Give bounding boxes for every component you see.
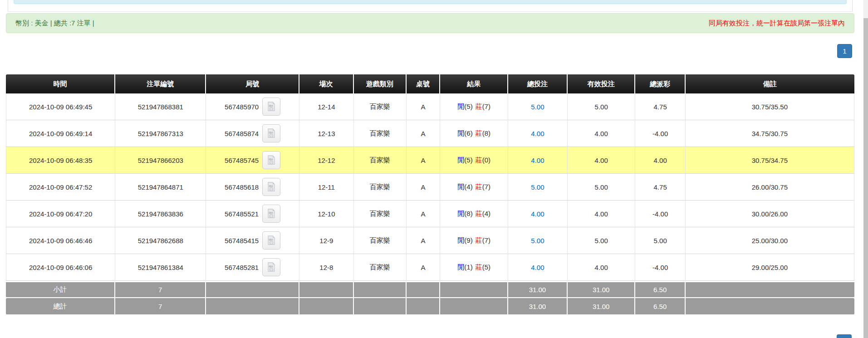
table-row[interactable]: 2024-10-09 06:46:46 521947862688 5674854… xyxy=(6,227,854,254)
round-number: 567485618 xyxy=(225,183,259,191)
payout-cell: -4.00 xyxy=(635,201,685,227)
col-header-session: 場次 xyxy=(299,74,354,93)
table-row[interactable]: 2024-10-09 06:49:14 521947867313 5674858… xyxy=(6,120,854,147)
table-row[interactable]: 2024-10-09 06:46:06 521947861384 5674852… xyxy=(6,254,854,281)
summary-valid-bet-cell: 31.00 xyxy=(568,281,636,298)
player-label: 閒 xyxy=(457,183,464,191)
video-replay-button[interactable] xyxy=(262,124,280,142)
banker-score: (5) xyxy=(482,263,490,271)
summary-empty-cell xyxy=(407,298,441,315)
summary-payout-cell: 6.50 xyxy=(635,281,685,298)
player-score: (8) xyxy=(464,210,472,217)
video-icon xyxy=(266,262,277,273)
game-type-cell: 百家樂 xyxy=(354,93,407,120)
session-cell: 12-12 xyxy=(299,147,354,174)
session-cell: 12-11 xyxy=(299,174,354,201)
game-type-cell: 百家樂 xyxy=(354,201,407,227)
total-bet-link[interactable]: 5.00 xyxy=(531,103,544,111)
valid-bet-cell: 5.00 xyxy=(568,227,636,254)
summary-empty-cell xyxy=(354,298,407,315)
time-cell: 2024-10-09 06:49:45 xyxy=(6,93,115,120)
total-bet-link[interactable]: 4.00 xyxy=(531,157,544,164)
time-cell: 2024-10-09 06:47:52 xyxy=(6,174,115,201)
player-score: (4) xyxy=(464,183,472,191)
payout-cell: -4.00 xyxy=(635,254,685,281)
summary-empty-cell xyxy=(407,281,441,298)
total-bet-link[interactable]: 4.00 xyxy=(531,264,544,271)
table-no-cell: A xyxy=(407,174,441,201)
currency-summary-text: 幣別 : 美金 | 總共 :7 注單 | xyxy=(15,19,94,28)
col-header-time: 時間 xyxy=(6,74,115,93)
player-label: 閒 xyxy=(457,129,464,137)
total-bet-link[interactable]: 4.00 xyxy=(531,210,544,218)
video-icon xyxy=(266,235,277,246)
table-row[interactable]: 2024-10-09 06:48:35 521947866203 5674857… xyxy=(6,147,854,174)
table-header-row: 時間 注單編號 局號 場次 遊戲類別 桌號 結果 總投注 有效投注 總派彩 備註 xyxy=(6,74,854,93)
bet-id-cell: 521947868381 xyxy=(115,93,206,120)
result-cell: 閒(5)莊(7) xyxy=(440,93,508,120)
round-cell: 567485745 xyxy=(206,147,299,174)
result-cell: 閒(8)莊(4) xyxy=(440,201,508,227)
video-replay-button[interactable] xyxy=(262,98,280,116)
valid-bet-cell: 4.00 xyxy=(568,201,636,227)
bet-id-cell: 521947862688 xyxy=(115,227,206,254)
video-replay-button[interactable] xyxy=(262,151,280,169)
bet-id-cell: 521947863836 xyxy=(115,201,206,227)
table-row[interactable]: 2024-10-09 06:47:52 521947864871 5674856… xyxy=(6,174,854,201)
table-no-cell: A xyxy=(407,147,441,174)
payout-cell: 4.75 xyxy=(635,174,685,201)
summary-empty-cell xyxy=(299,281,354,298)
summary-payout-cell: 6.50 xyxy=(635,298,685,315)
remark-cell: 26.00/30.75 xyxy=(686,174,854,201)
payout-cell: 5.00 xyxy=(635,227,685,254)
col-header-result: 結果 xyxy=(440,74,508,93)
video-icon xyxy=(266,208,277,219)
table-row[interactable]: 2024-10-09 06:49:45 521947868381 5674859… xyxy=(6,93,854,120)
time-cell: 2024-10-09 06:48:35 xyxy=(6,147,115,174)
game-type-cell: 百家樂 xyxy=(354,227,407,254)
bet-id-cell: 521947866203 xyxy=(115,147,206,174)
summary-remark-cell xyxy=(686,281,854,298)
scrollbar[interactable] xyxy=(863,0,868,338)
video-replay-button[interactable] xyxy=(262,258,280,276)
total-bet-link[interactable]: 5.00 xyxy=(531,237,544,245)
video-replay-button[interactable] xyxy=(262,178,280,196)
player-label: 閒 xyxy=(457,236,464,244)
video-replay-button[interactable] xyxy=(262,205,280,223)
remark-cell: 30.75/35.50 xyxy=(686,93,854,120)
remark-cell: 30.00/26.00 xyxy=(686,201,854,227)
player-score: (5) xyxy=(464,103,472,110)
scrollbar-thumb[interactable] xyxy=(863,18,868,338)
pagination-top: 1 xyxy=(6,44,854,58)
table-no-cell: A xyxy=(407,254,441,281)
summary-empty-cell xyxy=(206,298,299,315)
page-button-1[interactable]: 1 xyxy=(837,44,852,58)
col-header-payout: 總派彩 xyxy=(635,74,685,93)
player-score: (5) xyxy=(464,156,472,164)
banker-label: 莊 xyxy=(476,129,482,137)
total-bet-link[interactable]: 5.00 xyxy=(531,183,544,191)
summary-total-bet-cell: 31.00 xyxy=(508,281,568,298)
banker-label: 莊 xyxy=(476,263,482,271)
total-bet-link[interactable]: 4.00 xyxy=(531,130,544,137)
total-bet-cell: 5.00 xyxy=(508,227,568,254)
round-number: 567485874 xyxy=(225,130,259,137)
video-replay-button[interactable] xyxy=(262,231,280,250)
round-cell: 567485521 xyxy=(206,201,299,227)
total-bet-cell: 5.00 xyxy=(508,93,568,120)
banker-label: 莊 xyxy=(476,236,482,244)
round-number: 567485521 xyxy=(225,210,259,218)
time-cell: 2024-10-09 06:46:46 xyxy=(6,227,115,254)
round-cell: 567485618 xyxy=(206,174,299,201)
round-number: 567485745 xyxy=(225,157,259,164)
valid-bet-cell: 5.00 xyxy=(568,93,636,120)
player-label: 閒 xyxy=(457,103,464,110)
video-icon xyxy=(266,128,277,139)
table-row[interactable]: 2024-10-09 06:47:20 521947863836 5674855… xyxy=(6,201,854,227)
valid-bet-cell: 4.00 xyxy=(568,147,636,174)
total-bet-cell: 4.00 xyxy=(508,120,568,147)
round-number: 567485970 xyxy=(225,103,259,111)
page-button-bottom-cutoff[interactable] xyxy=(837,334,852,338)
summary-empty-cell xyxy=(206,281,299,298)
table-no-cell: A xyxy=(407,93,441,120)
